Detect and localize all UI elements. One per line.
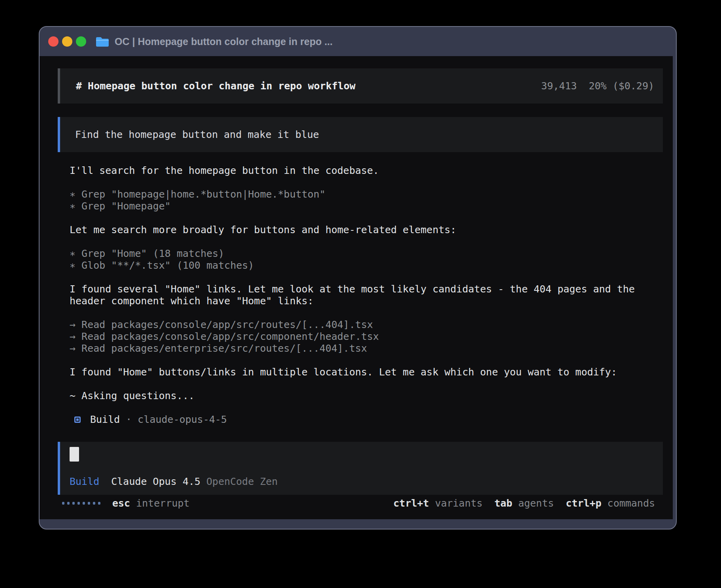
shortcut-variants[interactable]: ctrl+t variants [393,498,483,509]
model-row: Build Claude Opus 4.5 OpenCode Zen [70,476,663,488]
terminal-window: OC | Homepage button color change in rep… [39,26,677,530]
spinner-dots [62,502,100,505]
user-message-text: Find the homepage button and make it blu… [75,129,319,140]
tool-call-read: → Read packages/console/app/src/componen… [70,331,658,343]
conversation: I'll search for the homepage button in t… [70,165,658,437]
user-message: Find the homepage button and make it blu… [58,117,663,152]
status-right: ctrl+t variants tab agents ctrl+p comman… [393,498,655,509]
tool-call-group: → Read packages/console/app/src/routes/[… [70,319,658,354]
session-stats: 39,413 20% ($0.29) [541,80,654,92]
assistant-paragraph: I'll search for the homepage button in t… [70,165,658,177]
spinner-dot [93,502,95,505]
tool-call-read: → Read packages/enterprise/src/routes/[.… [70,343,658,354]
agent-name: Build [90,414,120,426]
spinner-dot [83,502,85,505]
shortcut-label: agents [518,498,554,509]
window-title: OC | Homepage button color change in rep… [115,36,332,47]
tool-call-glob: ∗ Glob "**/*.tsx" (100 matches) [70,260,658,271]
shortcut-interrupt[interactable]: esc interrupt [112,498,190,509]
token-count: 39,413 [541,80,577,92]
shortcut-key: esc [112,498,130,509]
tool-call-grep: ∗ Grep "Homepage" [70,200,658,212]
context-usage: 20% ($0.29) [589,80,654,92]
spinner-dot [62,502,64,505]
shortcut-key: ctrl+p [566,498,601,509]
spinner-dot [77,502,80,505]
tool-call-group: ∗ Grep "homepage|home.*button|Home.*butt… [70,188,658,212]
agent-square-icon [74,416,81,423]
assistant-paragraph: Let me search more broadly for buttons a… [70,224,658,236]
tool-call-grep: ∗ Grep "homepage|home.*button|Home.*butt… [70,188,658,200]
close-button[interactable] [48,36,59,47]
minimize-button[interactable] [62,36,72,47]
shortcut-key: ctrl+t [393,498,429,509]
provider-name: OpenCode Zen [206,476,278,488]
status-bar: esc interrupt ctrl+t variants tab agents… [62,497,655,509]
shortcut-label: commands [608,498,655,509]
shortcut-label: interrupt [136,498,189,509]
spinner-dot [98,502,100,505]
traffic-lights [48,36,86,47]
assistant-paragraph: I found several "Home" links. Let me loo… [70,283,658,307]
tool-call-read: → Read packages/console/app/src/routes/[… [70,319,658,331]
titlebar[interactable]: OC | Homepage button color change in rep… [40,27,676,56]
shortcut-key: tab [495,498,512,509]
spinner-dot [72,502,75,505]
zoom-button[interactable] [76,36,86,47]
tool-call-group: ∗ Grep "Home" (18 matches) ∗ Glob "**/*.… [70,248,658,271]
shortcut-commands[interactable]: ctrl+p commands [566,498,655,509]
session-header: # Homepage button color change in repo w… [58,68,663,104]
folder-icon [96,36,109,47]
agent-separator: · [126,414,132,426]
agent-line: Build · claude-opus-4-5 [74,414,658,426]
session-title: # Homepage button color change in repo w… [76,80,355,92]
shortcut-agents[interactable]: tab agents [495,498,554,509]
spinner-dot [88,502,90,505]
tool-call-grep: ∗ Grep "Home" (18 matches) [70,248,658,260]
mode-label[interactable]: Build [70,476,99,488]
agent-model: claude-opus-4-5 [138,414,227,426]
terminal-content: # Homepage button color change in repo w… [40,56,673,519]
assistant-paragraph: I found "Home" buttons/links in multiple… [70,366,658,378]
model-name[interactable]: Claude Opus 4.5 [111,476,200,488]
working-status: ~ Asking questions... [70,390,658,402]
shortcut-label: variants [435,498,482,509]
text-cursor [70,447,79,462]
status-left: esc interrupt [62,498,190,509]
spinner-dot [67,502,70,505]
prompt-input[interactable]: Build Claude Opus 4.5 OpenCode Zen [58,442,663,495]
